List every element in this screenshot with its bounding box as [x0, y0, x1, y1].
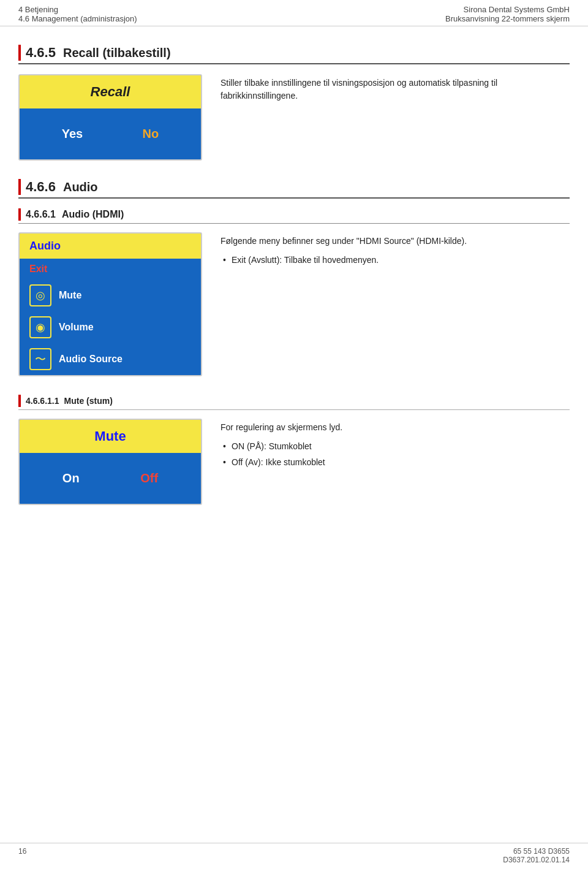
mute-on-button[interactable]: On	[62, 471, 80, 485]
recall-yes-button[interactable]: Yes	[62, 127, 83, 141]
audio-bullet-list: Exit (Avslutt): Tilbake til hovedmenyen.	[221, 254, 570, 267]
subsection-red-bar-4661	[18, 208, 21, 221]
recall-image-col: Recall Yes No	[18, 74, 202, 161]
mute-bullet-1: ON (PÅ): Stumkoblet	[221, 440, 570, 453]
audio-title: Audio	[20, 234, 201, 259]
volume-icon: ◉	[29, 316, 51, 338]
mute-bullet-2: Off (Av): Ikke stumkoblet	[221, 456, 570, 469]
mute-bullet-list: ON (PÅ): Stumkoblet Off (Av): Ikke stumk…	[221, 440, 570, 469]
audio-exit[interactable]: Exit	[20, 259, 201, 279]
audio-mute-item: ◎ Mute	[20, 279, 201, 311]
mute-image-col: Mute On Off	[18, 419, 202, 505]
mute-screen: Mute On Off	[18, 419, 202, 505]
header-company: Sirona Dental Systems GmbH	[445, 5, 570, 14]
audio-text-col: Følgende meny befinner seg under "HDMI S…	[221, 232, 570, 270]
header-left: 4 Betjening 4.6 Management (administrasj…	[18, 5, 137, 23]
mute-icon: ◎	[29, 284, 51, 306]
header-manual: Bruksanvisning 22-tommers skjerm	[445, 14, 570, 23]
section-4661-number: 4.6.6.1	[26, 209, 56, 220]
section-4661-content: Audio Exit ◎ Mute ◉ Volume 〜 Audio Sourc…	[18, 232, 570, 376]
mute-text-col: For regulering av skjermens lyd. ON (PÅ)…	[221, 419, 570, 472]
audio-volume-label: Volume	[59, 322, 94, 333]
recall-description: Stiller tilbake innstillingene til visni…	[221, 77, 570, 102]
recall-text-col: Stiller tilbake innstillingene til visni…	[221, 74, 570, 108]
audio-mute-label: Mute	[59, 290, 81, 301]
main-content: 4.6.5 Recall (tilbakestill) Recall Yes N…	[0, 26, 588, 548]
footer-right: 65 55 143 D3655 D3637.201.02.01.14	[503, 847, 570, 864]
section-46611-title: Mute (stum)	[64, 396, 113, 406]
section-4661-heading: 4.6.6.1 Audio (HDMI)	[18, 208, 570, 224]
mute-buttons: On Off	[20, 453, 201, 504]
mute-off-button[interactable]: Off	[140, 471, 158, 485]
audio-screen: Audio Exit ◎ Mute ◉ Volume 〜 Audio Sourc…	[18, 232, 202, 376]
recall-no-button[interactable]: No	[143, 127, 159, 141]
mute-title: Mute	[20, 420, 201, 453]
audio-description: Følgende meny befinner seg under "HDMI S…	[221, 235, 570, 248]
footer-doc-version: D3637.201.02.01.14	[503, 856, 570, 864]
audio-source-label: Audio Source	[59, 354, 123, 365]
section-466-heading: 4.6.6 Audio	[18, 179, 570, 199]
section-red-bar-466	[18, 179, 21, 195]
header-right: Sirona Dental Systems GmbH Bruksanvisnin…	[445, 5, 570, 23]
section-46611-number: 4.6.6.1.1	[26, 396, 59, 406]
subsubsection-red-bar-46611	[18, 395, 21, 407]
header-chapter: 4 Betjening	[18, 5, 137, 14]
page-footer: 16 65 55 143 D3655 D3637.201.02.01.14	[0, 843, 588, 864]
audio-bullet-1: Exit (Avslutt): Tilbake til hovedmenyen.	[221, 254, 570, 267]
recall-buttons: Yes No	[20, 108, 201, 159]
section-466-title: Audio	[63, 180, 98, 194]
section-red-bar	[18, 45, 21, 61]
section-465-title: Recall (tilbakestill)	[63, 46, 171, 60]
section-466-number: 4.6.6	[26, 179, 56, 195]
section-46611-content: Mute On Off For regulering av skjermens …	[18, 419, 570, 505]
section-46611-heading: 4.6.6.1.1 Mute (stum)	[18, 395, 570, 410]
audio-source-item: 〜 Audio Source	[20, 343, 201, 375]
header-section: 4.6 Management (administrasjon)	[18, 14, 137, 23]
mute-description: For regulering av skjermens lyd.	[221, 421, 570, 434]
page-header: 4 Betjening 4.6 Management (administrasj…	[0, 0, 588, 26]
footer-page-number: 16	[18, 847, 26, 864]
footer-doc-number: 65 55 143 D3655	[503, 847, 570, 856]
audio-image-col: Audio Exit ◎ Mute ◉ Volume 〜 Audio Sourc…	[18, 232, 202, 376]
section-465-content: Recall Yes No Stiller tilbake innstillin…	[18, 74, 570, 161]
audio-volume-item: ◉ Volume	[20, 311, 201, 343]
recall-screen: Recall Yes No	[18, 74, 202, 161]
recall-title: Recall	[20, 75, 201, 108]
section-4661-title: Audio (HDMI)	[62, 209, 124, 220]
section-465-heading: 4.6.5 Recall (tilbakestill)	[18, 45, 570, 64]
audio-source-icon: 〜	[29, 348, 51, 370]
section-465-number: 4.6.5	[26, 45, 56, 61]
